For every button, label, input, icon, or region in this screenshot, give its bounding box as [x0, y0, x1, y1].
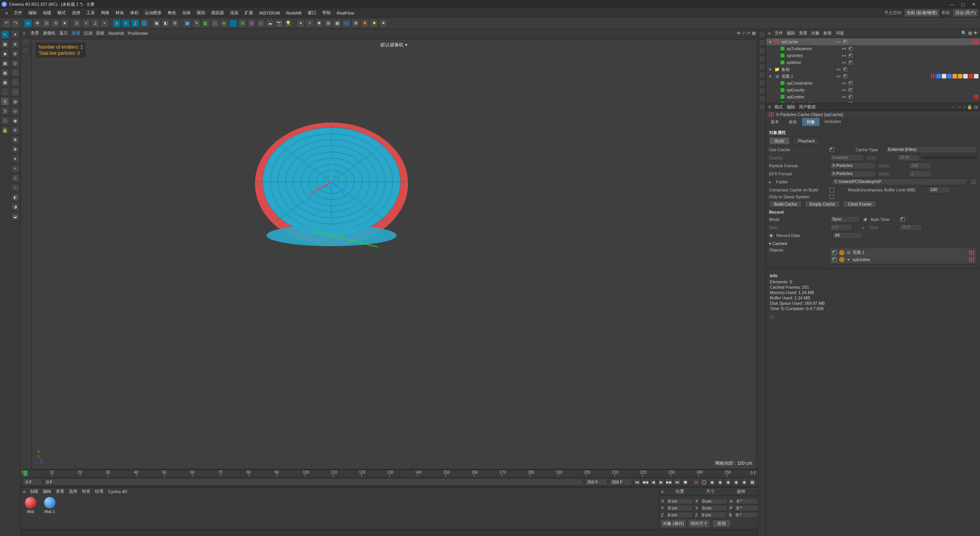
instance-icon[interactable]: ◫	[211, 19, 219, 28]
rdata-dropdown[interactable]: All	[832, 232, 863, 239]
folder-browse-button[interactable]: …	[970, 178, 977, 185]
menu-help[interactable]: 帮助	[319, 10, 334, 16]
axis-lock-x[interactable]: X	[73, 19, 81, 28]
step-fwd-button[interactable]: ▶▶	[666, 479, 673, 485]
pformat-dropdown[interactable]: X-Particles	[830, 162, 875, 169]
record-data-radio[interactable]	[769, 234, 773, 238]
rcol-6-icon[interactable]	[759, 72, 765, 78]
compress-checkbox[interactable]	[830, 188, 834, 192]
key-pos-icon[interactable]: ◆	[709, 479, 715, 485]
menu-mesh[interactable]: 网格	[98, 10, 113, 16]
x-toggle[interactable]: X	[113, 19, 121, 28]
nav-zoom-icon[interactable]: ⤢	[742, 31, 745, 36]
rotate-tool[interactable]: ⟲	[51, 19, 60, 28]
om-row[interactable]: xpVortex	[766, 52, 980, 59]
coord-x-pos[interactable]	[666, 498, 693, 504]
rt-9[interactable]: ◎	[11, 107, 20, 115]
menu-edit[interactable]: 编辑	[25, 10, 40, 16]
stop-button[interactable]: ⏹	[682, 479, 689, 485]
folder-expand-icon[interactable]: ▸	[769, 180, 773, 185]
snap2-icon[interactable]: S	[1, 107, 9, 115]
lod-slider[interactable]	[923, 157, 977, 159]
axis-icon[interactable]: ⎯	[1, 88, 9, 96]
viewport-hamburger-icon[interactable]: ≡	[23, 31, 25, 36]
auto-time-checkbox[interactable]	[900, 217, 905, 222]
key-scl-icon[interactable]: ◆	[717, 479, 724, 485]
mat-menu-texture[interactable]: 纹理	[95, 489, 103, 494]
attr-tab-coord[interactable]: 坐标	[784, 118, 802, 126]
coord-z-pos[interactable]	[666, 512, 693, 518]
cube2-icon[interactable]: ▦	[1, 69, 9, 77]
render-view[interactable]: ▣	[152, 19, 161, 28]
om-search-icon[interactable]: 🔍	[961, 31, 967, 36]
camera-icon[interactable]: 📷	[275, 19, 283, 28]
om-menu-object[interactable]: 对象	[811, 30, 820, 36]
tl-settings-icon[interactable]: ▦	[749, 479, 756, 485]
rcol-7-icon[interactable]	[759, 80, 765, 86]
misc-2-icon[interactable]: ✺	[361, 19, 369, 28]
mat-menu-view[interactable]: 查看	[56, 489, 64, 494]
move-tool[interactable]: ✥	[33, 19, 41, 28]
attr-tab-object[interactable]: 对象	[802, 118, 820, 126]
menu-mograph[interactable]: 运动图形	[142, 10, 165, 16]
rcol-8-icon[interactable]	[759, 88, 765, 94]
rcol-3-icon[interactable]	[759, 47, 765, 54]
menu-tracker[interactable]: 跟踪器	[208, 10, 227, 16]
view-tab-panel[interactable]: 面板	[96, 30, 105, 36]
rt-15[interactable]: ✧	[11, 164, 20, 173]
close-button[interactable]: ✕	[969, 1, 978, 8]
rt-1[interactable]: ✦	[11, 30, 20, 39]
record-button[interactable]: ●	[693, 479, 699, 485]
rt-4[interactable]: ⊙	[11, 59, 20, 67]
cursor-tool[interactable]: ↖	[1, 30, 9, 39]
view-tab-view[interactable]: 查看	[31, 30, 39, 36]
view-tab-display[interactable]: 显示	[59, 30, 68, 36]
om-hamb-icon[interactable]: ≡	[768, 31, 771, 36]
y-toggle[interactable]: Y	[122, 19, 130, 28]
build-cache-button[interactable]: Build Cache	[769, 201, 802, 208]
misc-3-icon[interactable]: ✹	[370, 19, 378, 28]
coord-mode-dropdown[interactable]: 对象 (相对)	[661, 520, 686, 527]
menu-volume[interactable]: 体积	[127, 10, 142, 16]
coord-hamb-icon[interactable]: ≡	[661, 489, 663, 494]
view-tab-redshift[interactable]: Redshift	[108, 31, 124, 36]
autokey-button[interactable]: ◯	[701, 479, 707, 485]
om-eye-icon[interactable]: 👁	[973, 31, 978, 36]
object-manager[interactable]: ▾xpCachexpTurbulencexpVortexxpWind▾📁备份▾⊞…	[766, 38, 980, 103]
attr-up-icon[interactable]: ↑	[964, 105, 966, 109]
only-same-checkbox[interactable]	[830, 194, 834, 199]
field-icon[interactable]: ⊟	[247, 19, 256, 28]
material-mat[interactable]: Mat	[24, 497, 38, 515]
light-icon[interactable]: 💡	[284, 19, 292, 28]
mat-menu-select[interactable]: 选择	[69, 489, 77, 494]
tex-icon[interactable]: ▩	[1, 59, 9, 67]
cache-type-dropdown[interactable]: External (Files)	[885, 146, 977, 153]
cache-row-cloner-check[interactable]	[832, 250, 837, 255]
menu-redshift[interactable]: Redshift	[283, 11, 304, 15]
goto-start-button[interactable]: ⏮	[634, 479, 640, 485]
rt-17[interactable]: ○	[11, 183, 20, 192]
play-button[interactable]: ▶	[658, 479, 665, 485]
rcol-2-icon[interactable]	[759, 39, 765, 46]
gutter-rotate-icon[interactable]	[22, 47, 29, 54]
om-menu-file[interactable]: 文件	[774, 30, 783, 36]
layout-dropdown[interactable]: 启动 (用户)	[953, 9, 978, 16]
om-row[interactable]: xpWind	[766, 59, 980, 66]
node-space-dropdown[interactable]: 当前 (标准/物理)	[905, 9, 939, 16]
rt-10[interactable]: ◉	[11, 116, 20, 125]
rt-8[interactable]: ◍	[11, 97, 20, 106]
menu-insydium[interactable]: INSYDIUM	[256, 11, 283, 15]
rt-11[interactable]: ✣	[11, 126, 20, 134]
select-tool[interactable]: ▭	[24, 19, 32, 28]
attr-hamb-icon[interactable]: ≡	[768, 105, 771, 109]
rt-13[interactable]: ✥	[11, 145, 20, 154]
viewport[interactable]: Number of emitters: 1 Total live particl…	[31, 39, 756, 469]
subdiv-icon[interactable]: ◧	[201, 19, 210, 28]
view-tab-prorender[interactable]: ProRender	[128, 31, 148, 36]
timeline-current-frame[interactable]: 0 F	[23, 479, 42, 485]
grid-toggle[interactable]: ▦	[333, 19, 341, 28]
rt-3[interactable]: ⊗	[11, 49, 20, 58]
om-row[interactable]: ▾⊞克隆.1	[766, 73, 980, 80]
recent-tool[interactable]: ★	[60, 19, 69, 28]
om-row[interactable]: ▾xpCache	[766, 38, 980, 45]
